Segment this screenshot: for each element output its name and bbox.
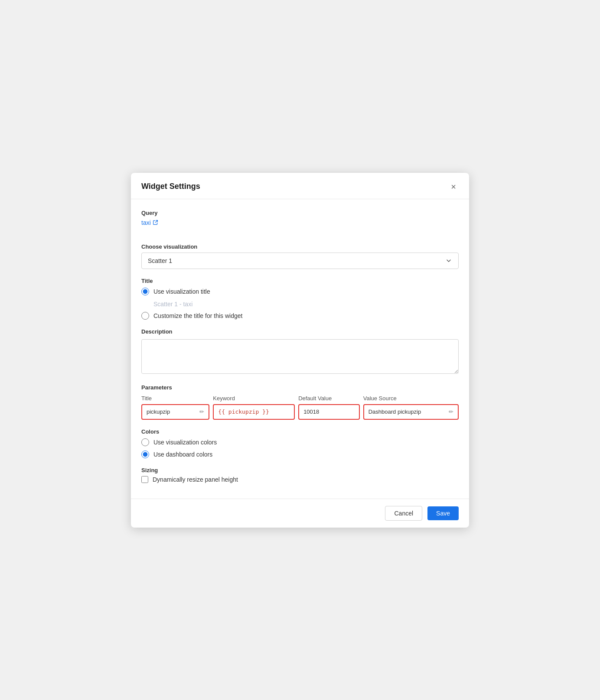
query-link[interactable]: taxi	[141, 219, 158, 226]
customize-title-label: Customize the title for this widget	[153, 312, 242, 319]
use-viz-colors-row: Use visualization colors	[141, 438, 459, 446]
cancel-button[interactable]: Cancel	[385, 506, 422, 521]
use-viz-title-row: Use visualization title	[141, 288, 459, 295]
query-label: Query	[141, 210, 459, 216]
col-source: Value Source	[363, 395, 459, 402]
parameters-label: Parameters	[141, 384, 459, 391]
dialog-header: Widget Settings ×	[131, 173, 469, 199]
visualization-selected: Scatter 1	[148, 257, 172, 264]
description-label: Description	[141, 328, 459, 335]
colors-radio-group: Use visualization colors Use dashboard c…	[141, 438, 459, 458]
dynamic-resize-checkbox[interactable]	[141, 476, 148, 483]
use-dashboard-colors-label: Use dashboard colors	[153, 451, 212, 458]
parameters-table: Title Keyword Default Value Value Source…	[141, 395, 459, 420]
col-keyword: Keyword	[213, 395, 295, 402]
param-source-value: Dashboard pickupzip	[368, 408, 421, 415]
save-button[interactable]: Save	[427, 506, 459, 520]
visualization-section: Choose visualization Scatter 1	[141, 243, 459, 269]
visualization-dropdown[interactable]: Scatter 1	[141, 253, 459, 269]
param-source-edit-icon[interactable]: ✏	[449, 408, 453, 415]
use-viz-colors-label: Use visualization colors	[153, 439, 217, 446]
title-section: Title Use visualization title Scatter 1 …	[141, 278, 459, 320]
query-section: Query taxi	[141, 210, 459, 235]
param-source-cell[interactable]: Dashboard pickupzip ✏	[363, 404, 459, 420]
description-textarea[interactable]	[141, 339, 459, 374]
title-label: Title	[141, 278, 459, 284]
viz-title-placeholder: Scatter 1 - taxi	[153, 301, 459, 308]
external-link-icon	[153, 220, 158, 225]
parameters-section: Parameters Title Keyword Default Value V…	[141, 384, 459, 420]
query-link-text: taxi	[141, 219, 151, 226]
colors-section: Colors Use visualization colors Use dash…	[141, 428, 459, 458]
description-section: Description	[141, 328, 459, 376]
customize-title-radio[interactable]	[141, 312, 149, 320]
col-title: Title	[141, 395, 209, 402]
use-viz-colors-radio[interactable]	[141, 438, 149, 446]
use-dashboard-colors-radio[interactable]	[141, 450, 149, 458]
dialog-title: Widget Settings	[141, 182, 200, 191]
table-row: pickupzip ✏ {{ pickupzip }} 10018 Dashbo…	[141, 404, 459, 420]
use-dashboard-colors-row: Use dashboard colors	[141, 450, 459, 458]
use-viz-title-radio[interactable]	[141, 288, 149, 295]
param-title-edit-icon[interactable]: ✏	[199, 408, 204, 415]
params-header: Title Keyword Default Value Value Source	[141, 395, 459, 402]
sizing-label: Sizing	[141, 467, 459, 473]
param-title-value: pickupzip	[147, 408, 170, 415]
visualization-label: Choose visualization	[141, 243, 459, 250]
chevron-down-icon	[445, 257, 452, 264]
col-default: Default Value	[298, 395, 360, 402]
customize-title-row: Customize the title for this widget	[141, 312, 459, 320]
dynamic-resize-row: Dynamically resize panel height	[141, 476, 459, 483]
title-radio-group: Use visualization title Scatter 1 - taxi…	[141, 288, 459, 320]
param-title-cell[interactable]: pickupzip ✏	[141, 404, 209, 420]
param-default-cell[interactable]: 10018	[298, 404, 360, 420]
param-keyword-cell[interactable]: {{ pickupzip }}	[213, 404, 295, 420]
close-button[interactable]: ×	[448, 181, 459, 192]
use-viz-title-label: Use visualization title	[153, 288, 210, 295]
param-keyword-value: {{ pickupzip }}	[218, 408, 269, 415]
colors-label: Colors	[141, 428, 459, 435]
widget-settings-dialog: Widget Settings × Query taxi Choose visu…	[131, 173, 469, 528]
param-default-value: 10018	[303, 408, 319, 415]
dialog-body: Query taxi Choose visualization Scatter …	[131, 199, 469, 499]
sizing-section: Sizing Dynamically resize panel height	[141, 467, 459, 483]
dynamic-resize-label: Dynamically resize panel height	[153, 476, 238, 483]
dialog-footer: Cancel Save	[131, 499, 469, 528]
